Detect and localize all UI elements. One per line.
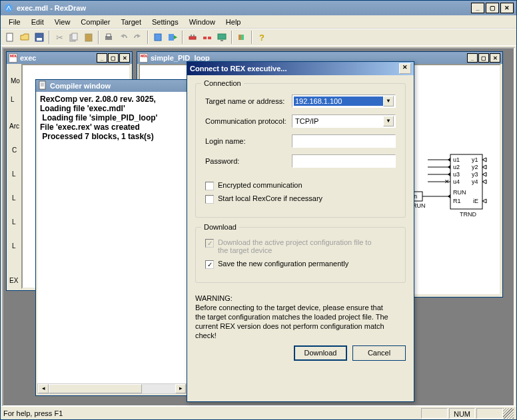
svg-rect-11 — [189, 37, 196, 39]
tb-open-icon[interactable] — [18, 31, 31, 44]
compiler-line: Loading file 'simple_PID_loop' — [40, 113, 184, 122]
tb-compile-icon[interactable] — [151, 31, 165, 44]
mdl-icon — [139, 53, 148, 63]
toolbar: ✂ ? — [1, 29, 516, 46]
tb-paste-icon[interactable] — [82, 31, 95, 44]
cancel-button[interactable]: Cancel — [352, 345, 406, 361]
svg-text:u2: u2 — [453, 164, 460, 170]
lbl-password: Password: — [205, 157, 292, 165]
side-blank1: L — [11, 96, 15, 103]
side-mo: Mo — [11, 77, 20, 85]
input-password[interactable] — [292, 154, 396, 168]
input-login[interactable] — [292, 134, 396, 148]
menu-edit[interactable]: Edit — [26, 17, 49, 27]
svg-rect-1 — [7, 33, 13, 41]
svg-text:y2: y2 — [472, 164, 478, 170]
menu-file[interactable]: File — [3, 17, 26, 27]
titlebar: exec.mdl - RexDraw _ ▢ ✕ — [1, 1, 516, 15]
compiler-hscroll[interactable]: ◂ ▸ — [37, 383, 187, 394]
exec-titlebar[interactable]: exec _ ▢ ✕ — [7, 52, 132, 64]
menu-help[interactable]: Help — [221, 17, 247, 27]
group-download-title: Download — [201, 223, 239, 231]
menu-target[interactable]: Target — [115, 17, 147, 27]
combo-protocol[interactable]: TCP/IP ▼ — [292, 114, 396, 128]
lbl-saveperm: Save the new configuration permanently — [218, 260, 348, 268]
menu-view[interactable]: View — [49, 17, 76, 27]
tb-cut-icon[interactable]: ✂ — [53, 31, 66, 44]
scroll-right-icon[interactable]: ▸ — [175, 384, 186, 393]
statusbar: For help, press F1 NUM — [1, 406, 516, 419]
svg-point-0 — [5, 4, 13, 12]
tb-new-icon[interactable] — [3, 31, 17, 44]
chevron-down-icon[interactable]: ▼ — [383, 116, 394, 126]
tb-copy-icon[interactable] — [67, 31, 81, 44]
resize-grip-icon[interactable] — [503, 408, 514, 419]
side-c: C — [12, 146, 17, 154]
svg-marker-48 — [482, 180, 486, 184]
tb-monitor-icon[interactable] — [215, 31, 229, 44]
scroll-thumb[interactable] — [49, 384, 142, 393]
compiler-titlebar[interactable]: Compiler window — [36, 80, 188, 92]
svg-rect-8 — [107, 34, 111, 37]
svg-rect-6 — [85, 34, 92, 41]
exec-minimize[interactable]: _ — [97, 53, 107, 63]
close-button[interactable]: ✕ — [500, 3, 514, 13]
tb-compile-run-icon[interactable] — [166, 31, 179, 44]
svg-rect-3 — [37, 38, 42, 41]
svg-text:y4: y4 — [472, 178, 478, 185]
scroll-left-icon[interactable]: ◂ — [38, 384, 49, 393]
group-download: Download ✓ Download the active project c… — [195, 227, 406, 283]
menu-settings[interactable]: Settings — [147, 17, 184, 27]
warning-label: WARNING: — [195, 294, 406, 303]
tb-save-icon[interactable] — [33, 31, 46, 44]
compiler-output: RexComp ver. 2.08.0 rev. 3025, Loading f… — [37, 92, 187, 383]
side-arc: Arc — [9, 122, 19, 130]
pid-minimize[interactable]: _ — [467, 53, 478, 63]
compiler-line: File 'exec.rex' was created — [40, 122, 184, 132]
check-saveperm[interactable]: ✓ — [205, 260, 214, 269]
dialog-close-button[interactable]: ✕ — [399, 63, 411, 74]
maximize-button[interactable]: ▢ — [486, 3, 499, 13]
chevron-down-icon[interactable]: ▼ — [383, 96, 394, 106]
dialog-titlebar[interactable]: Connect to REX executive... ✕ — [187, 62, 414, 75]
menubar: File Edit View Compiler Target Settings … — [1, 15, 516, 29]
svg-rect-51 — [39, 81, 45, 89]
tb-disconnect-icon[interactable] — [201, 31, 214, 44]
combo-protocol-value: TCP/IP — [294, 116, 383, 126]
svg-text:u1: u1 — [453, 156, 460, 163]
warning-text: Before connecting to the target device, … — [195, 303, 395, 340]
window-compiler[interactable]: Compiler window RexComp ver. 2.08.0 rev.… — [35, 79, 189, 396]
tb-help-icon[interactable]: ? — [255, 31, 268, 44]
download-button[interactable]: Download — [294, 345, 347, 361]
tb-library-icon[interactable] — [235, 31, 249, 44]
tb-redo-icon[interactable] — [131, 31, 145, 44]
check-encrypted[interactable] — [205, 182, 214, 190]
lbl-dlactive: Download the active project configuratio… — [218, 238, 378, 254]
dialog-title: Connect to REX executive... — [190, 65, 399, 73]
combo-target[interactable]: 192.168.1.100 ▼ — [292, 95, 396, 108]
svg-marker-47 — [482, 172, 486, 176]
document-icon — [38, 81, 47, 91]
pid-close[interactable]: ✕ — [490, 53, 500, 63]
svg-rect-5 — [72, 33, 77, 40]
svg-rect-19 — [241, 35, 244, 40]
svg-rect-9 — [155, 34, 161, 41]
svg-marker-28 — [448, 158, 450, 162]
menu-compiler[interactable]: Compiler — [75, 17, 115, 27]
check-startlocal[interactable] — [205, 195, 214, 204]
minimize-button[interactable]: _ — [471, 3, 484, 13]
svg-marker-45 — [482, 158, 486, 162]
dialog-connect: Connect to REX executive... ✕ Connection… — [187, 61, 414, 402]
menu-window[interactable]: Window — [184, 17, 221, 27]
mdl-icon — [9, 53, 17, 63]
pid-maximize[interactable]: ▢ — [478, 53, 489, 63]
exec-close[interactable]: ✕ — [119, 53, 130, 63]
tb-print-icon[interactable] — [102, 31, 115, 44]
svg-text:u3: u3 — [453, 171, 460, 178]
tb-connect-icon[interactable] — [186, 31, 199, 44]
svg-marker-30 — [448, 172, 450, 176]
svg-rect-10 — [169, 34, 174, 41]
tb-undo-icon[interactable] — [117, 31, 130, 44]
exec-maximize[interactable]: ▢ — [108, 53, 119, 63]
svg-rect-12 — [191, 35, 192, 37]
